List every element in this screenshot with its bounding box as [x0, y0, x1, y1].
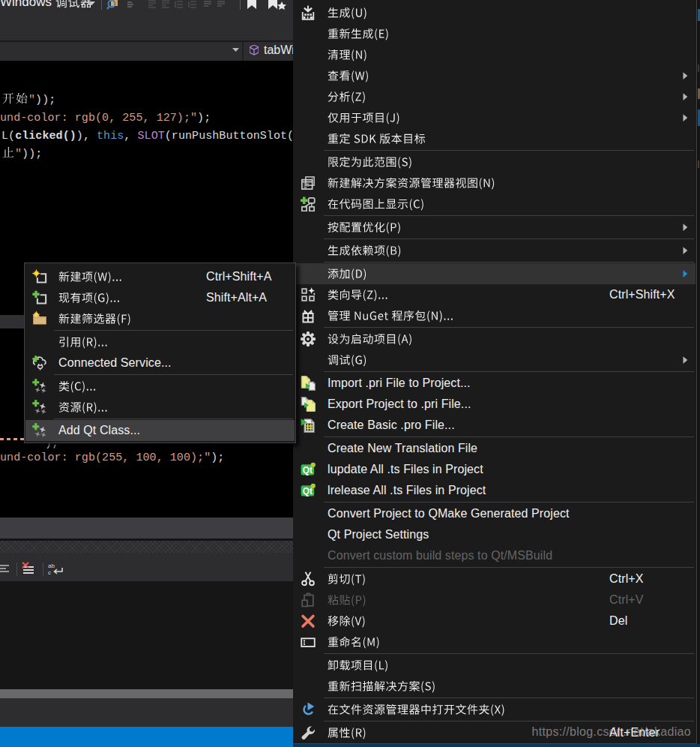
svg-text:Qt: Qt — [303, 486, 313, 496]
svg-text:c: c — [48, 569, 51, 576]
svg-text:Qt: Qt — [303, 465, 313, 476]
svg-text:ab: ab — [48, 562, 55, 569]
